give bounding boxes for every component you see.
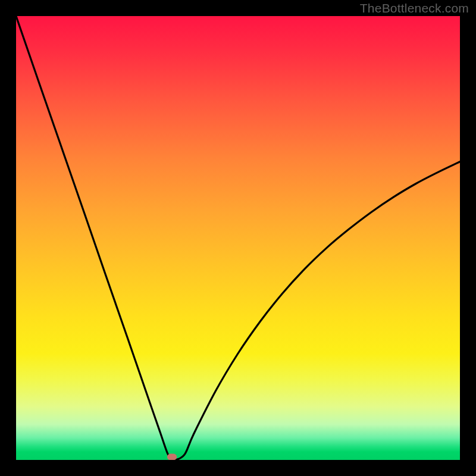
plot-area [16, 16, 460, 460]
curve-path [16, 16, 460, 460]
optimal-point-marker [167, 453, 177, 460]
chart-frame: TheBottleneck.com [0, 0, 476, 476]
watermark-text: TheBottleneck.com [360, 1, 469, 15]
bottleneck-curve [16, 16, 460, 460]
